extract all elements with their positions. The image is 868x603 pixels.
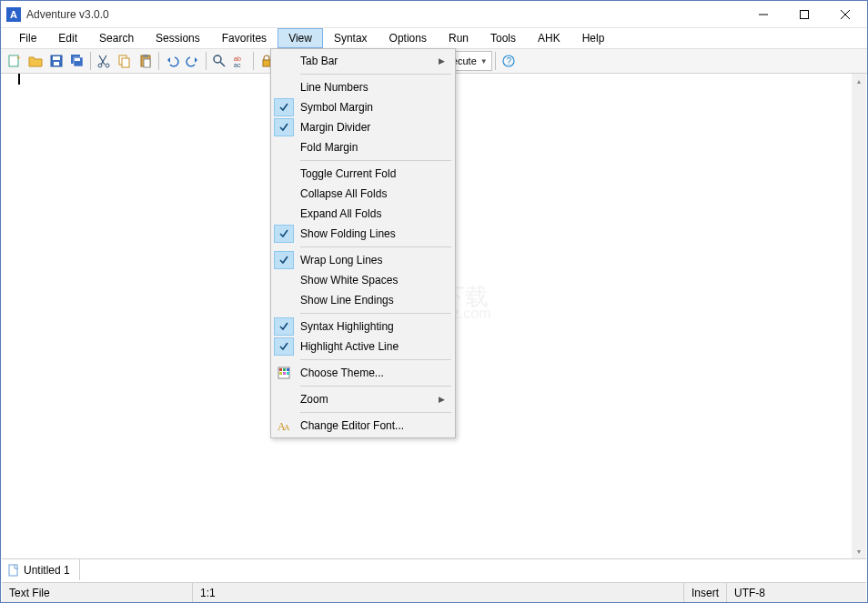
menu-item-margin-divider[interactable]: Margin Divider xyxy=(273,117,453,137)
menu-run[interactable]: Run xyxy=(438,28,479,48)
menu-item-collapse-all-folds[interactable]: Collapse All Folds xyxy=(273,184,453,204)
window-controls xyxy=(742,2,865,27)
menu-item-line-numbers[interactable]: Line Numbers xyxy=(273,77,453,97)
new-file-icon[interactable]: + xyxy=(5,51,25,71)
menubar: FileEditSearchSessionsFavoritesViewSynta… xyxy=(1,28,867,48)
open-folder-icon[interactable] xyxy=(25,51,45,71)
svg-rect-36 xyxy=(279,368,282,371)
menu-item-change-editor-font[interactable]: AAChange Editor Font... xyxy=(273,416,453,436)
menu-item-label: Zoom xyxy=(295,393,439,406)
menu-syntax[interactable]: Syntax xyxy=(323,28,378,48)
document-tab-label: Untitled 1 xyxy=(24,564,70,577)
menu-item-label: Show White Spaces xyxy=(295,274,453,286)
menu-view[interactable]: View xyxy=(278,28,323,48)
menu-item-label: Symbol Margin xyxy=(295,101,453,114)
menu-ahk[interactable]: AHK xyxy=(527,28,571,48)
scroll-up-icon[interactable]: ▴ xyxy=(852,74,866,88)
menu-item-zoom[interactable]: Zoom▶ xyxy=(273,389,453,409)
app-icon: A xyxy=(6,7,21,22)
menu-sessions[interactable]: Sessions xyxy=(145,28,211,48)
close-button[interactable] xyxy=(824,2,865,27)
check-icon xyxy=(274,337,294,356)
status-encoding: UTF-8 xyxy=(727,583,772,602)
menu-favorites[interactable]: Favorites xyxy=(211,28,278,48)
statusbar: Text File 1:1 Insert UTF-8 xyxy=(2,582,866,602)
menu-tools[interactable]: Tools xyxy=(479,28,527,48)
check-icon xyxy=(274,317,294,336)
menu-item-label: Show Line Endings xyxy=(295,294,453,307)
menu-edit[interactable]: Edit xyxy=(47,28,88,48)
find-icon[interactable] xyxy=(209,51,229,71)
window-title: Adventure v3.0.0 xyxy=(26,8,742,21)
menu-item-label: Margin Divider xyxy=(295,121,453,134)
menu-search[interactable]: Search xyxy=(88,28,145,48)
svg-rect-23 xyxy=(263,60,270,66)
replace-icon[interactable]: abac xyxy=(230,51,250,71)
menu-item-show-line-endings[interactable]: Show Line Endings xyxy=(273,290,453,310)
menu-options[interactable]: Options xyxy=(378,28,438,48)
save-icon[interactable] xyxy=(46,51,66,71)
svg-rect-7 xyxy=(53,56,60,60)
svg-rect-17 xyxy=(143,55,148,57)
svg-point-13 xyxy=(106,64,109,67)
execute-dropdown-icon: ▼ xyxy=(480,57,488,65)
menu-help[interactable]: Help xyxy=(571,28,616,48)
help-icon[interactable]: ? xyxy=(499,51,519,71)
check-icon xyxy=(274,251,294,269)
menu-item-wrap-long-lines[interactable]: Wrap Long Lines xyxy=(273,250,453,270)
svg-rect-41 xyxy=(287,372,289,375)
menu-separator xyxy=(300,160,451,161)
paste-icon[interactable] xyxy=(136,51,156,71)
menu-file[interactable]: File xyxy=(8,28,47,48)
menu-item-label: Line Numbers xyxy=(295,81,453,94)
menu-item-choose-theme[interactable]: Choose Theme... xyxy=(273,363,453,383)
menu-separator xyxy=(300,412,451,413)
check-icon xyxy=(274,98,294,116)
menu-item-label: Tab Bar xyxy=(295,55,439,67)
redo-icon[interactable] xyxy=(183,51,203,71)
menu-item-symbol-margin[interactable]: Symbol Margin xyxy=(273,97,453,117)
menu-item-tab-bar[interactable]: Tab Bar▶ xyxy=(273,51,453,71)
svg-line-20 xyxy=(220,62,225,66)
svg-rect-39 xyxy=(279,372,282,375)
toolbar-separator xyxy=(90,52,91,70)
menu-item-toggle-current-fold[interactable]: Toggle Current Fold xyxy=(273,164,453,184)
vertical-scrollbar[interactable]: ▴ ▾ xyxy=(852,74,866,558)
scroll-track[interactable] xyxy=(852,88,866,544)
menu-item-expand-all-folds[interactable]: Expand All Folds xyxy=(273,204,453,224)
caret-line-marker xyxy=(18,74,20,85)
menu-item-fold-margin[interactable]: Fold Margin xyxy=(273,137,453,157)
menu-item-show-folding-lines[interactable]: Show Folding Lines xyxy=(273,224,453,244)
menu-item-label: Choose Theme... xyxy=(295,367,453,379)
menu-item-label: Expand All Folds xyxy=(295,207,453,220)
menu-item-show-white-spaces[interactable]: Show White Spaces xyxy=(273,270,453,290)
status-insert-mode: Insert xyxy=(684,583,727,602)
menu-item-highlight-active-line[interactable]: Highlight Active Line xyxy=(273,337,453,357)
svg-text:?: ? xyxy=(506,56,511,66)
menu-separator xyxy=(300,359,451,360)
copy-icon[interactable] xyxy=(115,51,135,71)
document-tab-bar: Untitled 1 xyxy=(2,558,866,580)
scroll-down-icon[interactable]: ▾ xyxy=(852,544,866,558)
cut-icon[interactable] xyxy=(94,51,114,71)
maximize-button[interactable] xyxy=(783,2,824,27)
menu-item-label: Show Folding Lines xyxy=(295,227,453,240)
menu-item-syntax-highlighting[interactable]: Syntax Highlighting xyxy=(273,317,453,337)
document-tab[interactable]: Untitled 1 xyxy=(2,559,80,580)
undo-icon[interactable] xyxy=(162,51,182,71)
svg-point-12 xyxy=(98,64,102,67)
minimize-button[interactable] xyxy=(742,2,783,27)
submenu-arrow-icon: ▶ xyxy=(439,56,453,65)
editor-gutter xyxy=(5,74,18,558)
submenu-arrow-icon: ▶ xyxy=(439,395,453,404)
titlebar: A Adventure v3.0.0 xyxy=(1,1,867,28)
svg-text:+: + xyxy=(16,54,21,62)
menu-item-label: Change Editor Font... xyxy=(295,419,453,432)
status-position: 1:1 xyxy=(193,583,684,602)
svg-rect-15 xyxy=(122,58,129,67)
check-icon xyxy=(274,118,294,136)
save-all-icon[interactable] xyxy=(67,51,87,71)
svg-rect-44 xyxy=(9,565,17,576)
document-icon xyxy=(7,564,20,577)
menu-item-label: Toggle Current Fold xyxy=(295,167,453,180)
